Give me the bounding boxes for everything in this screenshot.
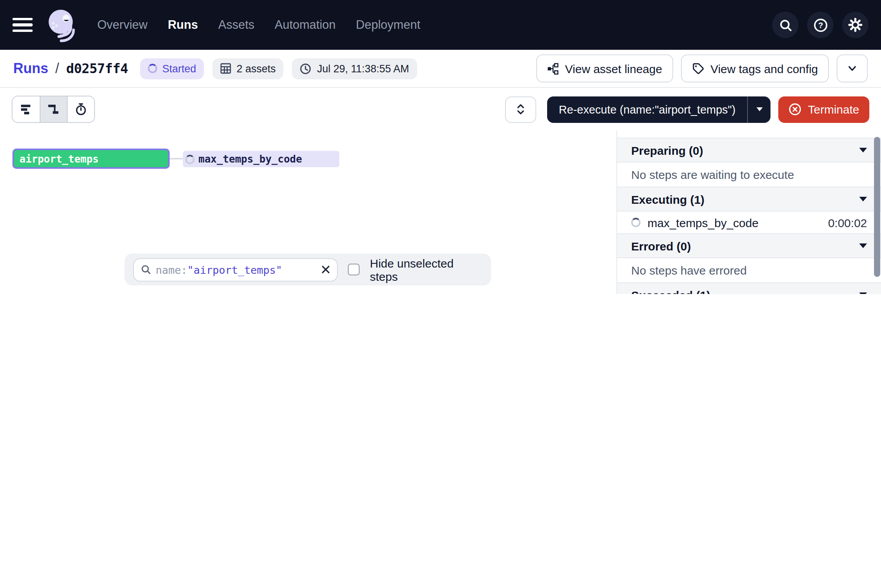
executing-step-name: max_temps_by_code: [648, 216, 758, 229]
tag-icon: [692, 62, 704, 75]
timer-view-button[interactable]: [67, 96, 94, 122]
waterfall-gantt-view-button[interactable]: [40, 96, 67, 122]
expand-collapse-run-button[interactable]: [505, 96, 536, 122]
gantt-step-max-temps-by-code[interactable]: max_temps_by_code: [183, 151, 339, 167]
caret-down-icon: [859, 197, 867, 201]
breadcrumb-runs-link[interactable]: Runs: [13, 60, 48, 77]
running-spinner-icon: [185, 154, 195, 164]
asset-grid-icon: [220, 63, 231, 74]
hamburger-menu-icon[interactable]: [12, 18, 33, 32]
executing-step-elapsed: 0:00:02: [828, 216, 867, 229]
dagster-run-page: Overview Runs Assets Automation Deployme…: [0, 0, 881, 294]
svg-text:?: ?: [818, 20, 823, 29]
section-executing[interactable]: Executing (1): [617, 187, 881, 212]
more-run-actions-button[interactable]: [837, 54, 868, 82]
status-badge: Started: [140, 58, 204, 79]
gantt-chart: airport_temps max_temps_by_code name:"ai…: [0, 131, 616, 294]
view-asset-lineage-button[interactable]: View asset lineage: [536, 54, 673, 82]
caret-down-icon: [859, 292, 867, 294]
run-header-actions: View asset lineage View tags and config: [536, 54, 868, 82]
nav-item-overview[interactable]: Overview: [97, 18, 147, 32]
run-id: d0257ff4: [66, 61, 128, 76]
executing-step-row[interactable]: max_temps_by_code 0:00:02: [617, 212, 881, 233]
step-filter-input[interactable]: name:"airport_temps": [133, 258, 338, 281]
chevron-down-icon: [847, 63, 858, 74]
section-errored[interactable]: Errored (0): [617, 233, 881, 258]
nav-item-runs[interactable]: Runs: [168, 18, 198, 32]
flat-gantt-icon: [20, 103, 32, 116]
nav-utility-buttons: ?: [772, 12, 869, 38]
re-execute-button[interactable]: Re-execute (name:"airport_temps"): [547, 96, 747, 122]
caret-down-icon: [859, 148, 867, 152]
section-succeeded[interactable]: Succeeded (1): [617, 282, 881, 294]
help-icon[interactable]: ?: [807, 12, 834, 38]
view-tags-config-button[interactable]: View tags and config: [681, 54, 829, 82]
run-view-toolbar: Re-execute (name:"airport_temps") Termin…: [0, 88, 881, 131]
errored-empty-text: No steps have errored: [617, 258, 881, 282]
clear-filter-button[interactable]: [321, 265, 330, 274]
search-icon[interactable]: [772, 12, 799, 38]
run-badges: Started 2 assets Jul 29, 11:38:55 AM: [140, 58, 417, 79]
dagster-logo[interactable]: [44, 7, 80, 43]
hide-unselected-checkbox[interactable]: [348, 264, 360, 275]
caret-down-icon: [756, 107, 762, 111]
status-spinner-icon: [147, 64, 157, 73]
gantt-step-airport-temps[interactable]: airport_temps: [12, 149, 170, 169]
search-icon: [141, 264, 151, 275]
step-filter-bar: name:"airport_temps" Hide unselected ste…: [125, 254, 491, 285]
flat-gantt-view-button[interactable]: [12, 96, 40, 122]
re-execute-options-button[interactable]: [747, 96, 770, 122]
stopwatch-icon: [75, 103, 87, 116]
top-nav: Overview Runs Assets Automation Deployme…: [0, 0, 881, 50]
nav-item-automation[interactable]: Automation: [275, 18, 336, 32]
primary-nav: Overview Runs Assets Automation Deployme…: [97, 18, 420, 32]
close-x-icon: [321, 265, 330, 274]
nav-item-assets[interactable]: Assets: [218, 18, 254, 32]
step-status-panel: Preparing (0) No steps are waiting to ex…: [616, 131, 881, 294]
lineage-icon: [547, 63, 559, 74]
waterfall-gantt-icon: [47, 103, 60, 116]
filter-query-prefix: name:: [156, 263, 187, 276]
assets-badge[interactable]: 2 assets: [212, 58, 284, 79]
hide-unselected-label: Hide unselected steps: [370, 256, 483, 283]
timestamp-badge: Jul 29, 11:38:55 AM: [292, 58, 417, 79]
running-spinner-icon: [631, 218, 641, 227]
filter-query-value: "airport_temps": [187, 263, 282, 276]
re-execute-button-group: Re-execute (name:"airport_temps"): [547, 96, 770, 122]
terminate-button[interactable]: Terminate: [778, 96, 869, 122]
caret-down-icon: [859, 243, 867, 248]
panel-scrollbar[interactable]: [874, 137, 880, 277]
preparing-empty-text: No steps are waiting to execute: [617, 163, 881, 187]
breadcrumb-separator: /: [55, 60, 59, 77]
gantt-connector: [170, 158, 183, 159]
nav-item-deployment[interactable]: Deployment: [356, 18, 420, 32]
gantt-view-switcher: [12, 96, 95, 123]
settings-gear-icon[interactable]: [842, 12, 869, 38]
run-main-area: airport_temps max_temps_by_code name:"ai…: [0, 131, 881, 294]
clock-icon: [300, 63, 312, 74]
chevrons-up-down-icon: [515, 103, 526, 115]
run-header: Runs / d0257ff4 Started 2 assets Jul 29,…: [0, 50, 881, 88]
section-preparing[interactable]: Preparing (0): [617, 138, 881, 163]
terminate-circle-x-icon: [788, 103, 802, 116]
